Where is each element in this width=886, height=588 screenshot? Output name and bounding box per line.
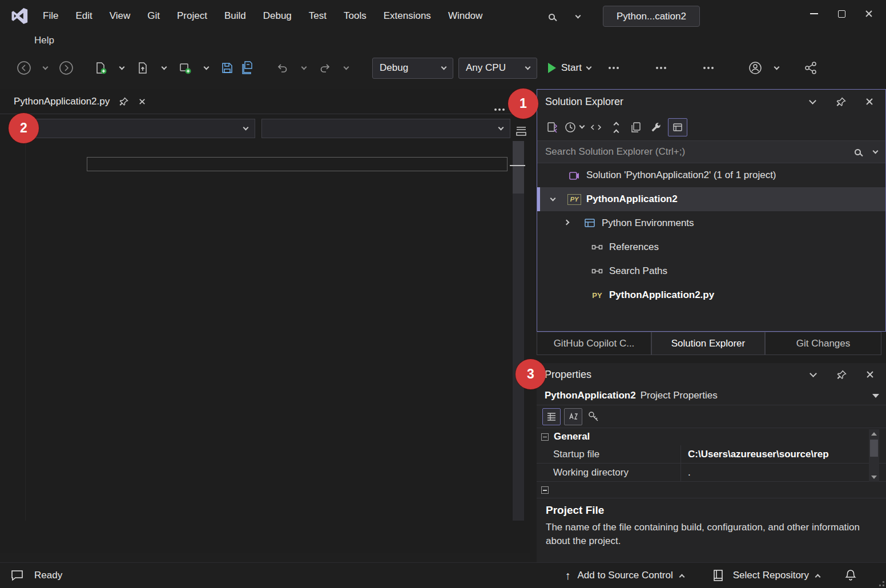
menu-window[interactable]: Window (440, 6, 491, 26)
repository-chevron-up-icon[interactable] (815, 574, 821, 579)
menu-git[interactable]: Git (139, 6, 168, 26)
search-chevron-down-icon[interactable] (570, 7, 586, 26)
properties-header[interactable]: Properties (537, 363, 886, 386)
search-icon[interactable] (855, 149, 861, 155)
search-icon[interactable] (543, 7, 559, 26)
start-debug-button[interactable]: Start (542, 58, 597, 79)
expander-chevron-down-icon[interactable] (550, 195, 556, 201)
menu-project[interactable]: Project (168, 6, 216, 26)
new-file-button[interactable] (92, 59, 108, 77)
tab-solution-explorer[interactable]: Solution Explorer (651, 332, 765, 355)
menu-test[interactable]: Test (300, 6, 335, 26)
property-row[interactable]: Startup file C:\Users\azureuser\source\r… (537, 445, 886, 464)
solution-configuration-dropdown[interactable]: Debug (372, 58, 453, 79)
collapse-all-icon[interactable] (608, 118, 624, 136)
navigate-back-chevron-icon[interactable] (37, 59, 53, 77)
document-tab[interactable]: PythonApplication2.py (0, 89, 154, 114)
select-repository-button[interactable]: Select Repository (733, 570, 809, 581)
tree-item-project[interactable]: PY PythonApplication2 (537, 187, 885, 211)
share-button[interactable] (803, 59, 819, 77)
copy-path-icon[interactable] (628, 118, 644, 136)
add-item-button[interactable] (177, 59, 193, 77)
pending-changes-filter-icon[interactable] (564, 118, 584, 136)
menu-edit[interactable]: Edit (67, 6, 100, 26)
tree-item-python-file[interactable]: PY PythonApplication2.py (537, 283, 885, 307)
property-value[interactable]: . (680, 464, 855, 481)
menu-view[interactable]: View (101, 6, 139, 26)
open-file-button[interactable] (135, 59, 151, 77)
redo-chevron-icon[interactable] (338, 59, 354, 77)
menu-help[interactable]: Help (34, 35, 54, 46)
member-dropdown[interactable] (261, 119, 510, 138)
save-all-button[interactable] (240, 59, 256, 77)
redo-button[interactable] (317, 59, 333, 77)
add-item-chevron-icon[interactable] (198, 59, 214, 77)
window-position-chevron-icon[interactable] (805, 365, 821, 384)
properties-object-dropdown[interactable]: PythonApplication2 Project Properties (537, 386, 886, 405)
scrollbar-thumb[interactable] (513, 141, 524, 194)
property-row[interactable]: Working directory . (537, 464, 886, 482)
properties-wrench-icon[interactable] (648, 118, 664, 136)
new-file-chevron-icon[interactable] (114, 59, 130, 77)
collapsed-group-icon[interactable] (541, 486, 549, 494)
solution-platform-dropdown[interactable]: Any CPU (458, 58, 537, 79)
alphabetical-view-button[interactable] (564, 408, 582, 425)
navigate-forward-button[interactable] (58, 59, 74, 77)
undo-button[interactable] (275, 59, 291, 77)
scroll-down-icon[interactable] (871, 476, 877, 479)
undo-chevron-icon[interactable] (296, 59, 312, 77)
menu-build[interactable]: Build (216, 6, 255, 26)
tab-close-icon[interactable] (139, 98, 146, 105)
tab-git-changes[interactable]: Git Changes (765, 332, 881, 355)
add-to-source-control-button[interactable]: Add to Source Control (578, 570, 673, 581)
solution-explorer-header[interactable]: Solution Explorer (537, 90, 885, 114)
debug-toolbar-overflow-button[interactable] (602, 59, 618, 77)
live-share-button[interactable] (747, 59, 763, 77)
live-share-chevron-icon[interactable] (768, 59, 784, 77)
switch-views-icon[interactable] (544, 118, 560, 136)
property-pages-button[interactable] (586, 408, 602, 426)
scrollbar-thumb[interactable] (870, 440, 878, 457)
title-search-box[interactable]: Python...cation2 (603, 6, 700, 27)
tree-item-python-environments[interactable]: Python Environments (537, 211, 885, 235)
tree-item-search-paths[interactable]: Search Paths (537, 259, 885, 283)
solution-explorer-search[interactable]: Search Solution Explorer (Ctrl+;) (537, 140, 885, 163)
open-file-chevron-icon[interactable] (156, 59, 172, 77)
scroll-up-icon[interactable] (871, 432, 877, 436)
property-value[interactable]: C:\Users\azureuser\source\rep (680, 445, 855, 463)
tree-item-solution[interactable]: Solution 'PythonApplication2' (1 of 1 pr… (537, 163, 885, 187)
toolbar-overflow-button-1[interactable] (649, 59, 665, 77)
project-dropdown[interactable] (16, 119, 255, 138)
sync-with-active-document-icon[interactable] (588, 118, 604, 136)
pin-icon[interactable] (833, 365, 849, 384)
save-button[interactable] (219, 59, 235, 77)
feedback-icon[interactable] (9, 566, 25, 585)
navigate-back-button[interactable] (16, 59, 32, 77)
menu-tools[interactable]: Tools (335, 6, 375, 26)
preview-selected-items-button[interactable] (668, 118, 687, 136)
source-control-chevron-up-icon[interactable] (679, 574, 684, 579)
minimize-button[interactable] (800, 1, 828, 26)
menu-extensions[interactable]: Extensions (375, 6, 440, 26)
search-chevron-icon[interactable] (873, 148, 879, 154)
property-group-row[interactable]: General (537, 428, 886, 445)
split-window-icon[interactable] (513, 122, 529, 140)
notifications-bell-icon[interactable] (843, 566, 859, 585)
tree-item-references[interactable]: References (537, 235, 885, 259)
properties-scrollbar[interactable] (869, 429, 879, 482)
editor-vertical-scrollbar[interactable] (513, 141, 524, 521)
collapse-group-icon[interactable] (541, 433, 549, 441)
maximize-button[interactable] (828, 1, 855, 26)
expander-chevron-right-icon[interactable] (564, 219, 570, 225)
tab-github-copilot[interactable]: GitHub Copilot C... (537, 332, 651, 355)
pin-icon[interactable] (833, 92, 849, 111)
resize-grip[interactable] (876, 578, 884, 586)
close-icon[interactable] (861, 92, 877, 111)
editor-selection-box[interactable] (87, 157, 508, 171)
menu-debug[interactable]: Debug (255, 6, 300, 26)
menu-file[interactable]: File (34, 6, 67, 26)
close-icon[interactable] (862, 365, 878, 384)
close-button[interactable] (855, 1, 883, 26)
categorized-view-button[interactable] (542, 408, 561, 425)
code-editor[interactable]: 100 % No issues found Ln: 2, Ch: 1 TABS … (0, 141, 530, 521)
